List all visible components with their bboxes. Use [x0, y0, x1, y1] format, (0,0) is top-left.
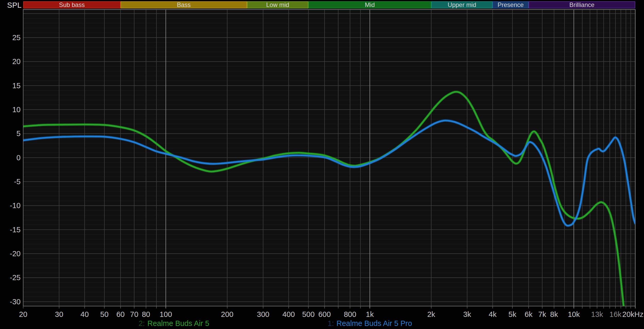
- x-axis-tick-label: 60: [116, 310, 125, 318]
- y-axis-tick-label: 5: [16, 129, 21, 138]
- x-axis-tick-label: 500: [302, 310, 315, 318]
- x-axis-tick-label: 10k: [568, 310, 580, 318]
- legend: 2:Realme Buds Air 51:Realme Buds Air 5 P…: [0, 319, 644, 329]
- x-axis-tick-label: 800: [344, 310, 356, 318]
- x-axis-tick-label: 20: [19, 310, 27, 318]
- x-axis-tick-label: 400: [282, 310, 295, 318]
- x-axis-tick-label: 4k: [489, 310, 497, 318]
- legend-series-label: Realme Buds Air 5: [147, 319, 209, 327]
- y-axis-tick-label: -15: [10, 226, 21, 234]
- y-axis-tick-label: 25: [12, 33, 21, 42]
- x-axis-tick-label: 200: [221, 310, 233, 318]
- x-axis-tick-label: 6k: [525, 310, 533, 318]
- x-axis-tick-label: 8k: [550, 310, 558, 318]
- x-axis-tick-label: 5k: [509, 310, 516, 318]
- legend-item-realme-buds-air-5-pro[interactable]: 1:Realme Buds Air 5 Pro: [328, 319, 412, 328]
- x-axis-tick-label: 13k: [591, 310, 603, 318]
- y-axis-tick-label: -25: [10, 273, 21, 282]
- y-axis-tick-label: -30: [10, 298, 21, 306]
- legend-series-number: 2:: [139, 319, 145, 327]
- legend-item-realme-buds-air-5[interactable]: 2:Realme Buds Air 5: [139, 319, 209, 328]
- y-axis-tick-label: -20: [10, 250, 21, 258]
- x-axis-tick-label: 300: [257, 310, 269, 318]
- y-axis-tick-label: 10: [12, 105, 21, 114]
- y-axis-tick-label: 20: [12, 57, 21, 66]
- x-axis-tick-label: 7k: [538, 310, 546, 318]
- y-axis-tick-label: 15: [12, 82, 21, 90]
- x-axis-tick-label: 80: [142, 310, 150, 318]
- y-axis-tick-label: -5: [14, 177, 21, 186]
- legend-series-label: Realme Buds Air 5 Pro: [336, 319, 412, 327]
- y-axis-tick-label: 0: [16, 154, 21, 162]
- x-axis-tick-label: 40: [80, 310, 89, 318]
- x-axis-tick-label: 600: [318, 310, 331, 318]
- plot-area: 2520151050-5-10-15-20-25-302030405060708…: [0, 0, 644, 329]
- x-axis-tick-label: 3k: [463, 310, 471, 318]
- frequency-response-chart: SPL Sub bassBassLow midMidUpper midPrese…: [0, 0, 644, 329]
- x-axis-tick-label: 1k: [366, 310, 374, 318]
- x-axis-tick-label: 50: [100, 310, 108, 318]
- y-axis-tick-label: -10: [10, 201, 21, 210]
- x-axis-tick-label: 2k: [427, 310, 435, 318]
- x-axis-tick-label: 20kHz: [622, 310, 643, 318]
- x-axis-tick-label: 16k: [609, 310, 622, 318]
- x-axis-tick-label: 100: [159, 310, 172, 318]
- legend-series-number: 1:: [328, 319, 334, 327]
- x-axis-tick-label: 70: [130, 310, 138, 318]
- x-axis-tick-label: 30: [55, 310, 63, 318]
